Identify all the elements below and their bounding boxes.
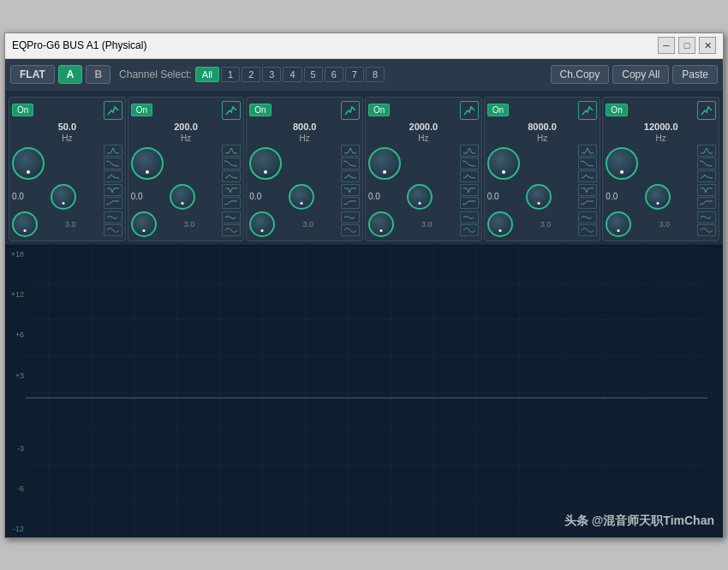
band-6-freq-knob[interactable] [606,147,638,180]
close-button[interactable]: ✕ [699,37,716,54]
band-1-db-knob[interactable] [51,184,76,210]
band-2: On 200.0 Hz [128,97,245,241]
band-3-shape-2[interactable] [341,157,360,169]
maximize-button[interactable]: □ [678,37,695,54]
band-3-filter-icon[interactable] [341,101,360,120]
band-3-on-button[interactable]: On [249,104,271,116]
minimize-button[interactable]: ─ [658,37,675,54]
channel-3-button[interactable]: 3 [262,67,281,82]
band-1-on-button[interactable]: On [12,104,33,116]
band-1-shape-wave1[interactable] [104,211,122,223]
band-3-shape-3[interactable] [341,170,360,182]
band-3-shape-5[interactable] [341,197,360,209]
band-2-shape-5[interactable] [222,197,241,209]
band-5-shape-3[interactable] [578,170,597,182]
band-6-shape-2[interactable] [697,157,716,169]
band-2-shape-2[interactable] [222,157,241,169]
band-5-q-knob[interactable] [487,211,513,237]
band-2-filter-icon[interactable] [222,101,241,120]
channel-5-button[interactable]: 5 [304,67,323,82]
channel-1-button[interactable]: 1 [221,67,240,82]
band-5-shape-1[interactable] [578,145,597,157]
band-2-shape-1[interactable] [222,145,241,157]
band-2-shape-4[interactable] [222,184,241,196]
band-5: On 8000.0 Hz [484,97,601,241]
band-5-db-knob[interactable] [526,184,552,210]
band-3-shape-4[interactable] [341,184,360,196]
band-4-db-knob[interactable] [407,184,433,210]
band-5-shape-6[interactable] [578,211,597,223]
band-5-shapes3 [578,211,597,236]
band-2-db-knob[interactable] [170,184,195,210]
band-6-shape-1[interactable] [697,145,716,157]
paste-button[interactable]: Paste [672,65,718,84]
band-2-freq-knob[interactable] [131,147,164,180]
band-6-db-knob[interactable] [645,184,671,210]
band-1-q-knob[interactable] [12,211,38,237]
channel-select-group: All 1 2 3 4 5 6 7 8 [195,67,385,82]
band-1-shape-shelf[interactable] [104,197,122,209]
band-2-shape-6[interactable] [222,211,241,223]
band-1-freq-knob[interactable] [12,147,45,180]
band-5-shape-5[interactable] [578,197,597,209]
band-2-shape-3[interactable] [222,170,241,182]
a-button[interactable]: A [58,65,83,84]
band-3-shape-1[interactable] [341,145,360,157]
band-5-on-button[interactable]: On [487,104,509,116]
band-3-q-knob[interactable] [249,211,275,237]
band-6-shape-5[interactable] [697,197,716,209]
band-5-freq-knob[interactable] [487,147,520,180]
band-4-shape-5[interactable] [460,197,479,209]
band-6-shape-7[interactable] [697,224,716,236]
band-4-on-button[interactable]: On [368,104,390,116]
band-1-shape-hp[interactable] [104,145,122,157]
flat-button[interactable]: FLAT [10,65,55,84]
band-3-shape-6[interactable] [341,211,360,223]
band-2-on-button[interactable]: On [131,104,152,116]
copy-all-button[interactable]: Copy All [612,65,669,84]
band-3-db-knob[interactable] [289,184,314,210]
band-1-db-val: 0.0 [12,192,24,201]
band-6-filter-icon[interactable] [697,101,716,120]
band-6-on-button[interactable]: On [606,104,627,116]
band-4-shape-2[interactable] [460,157,479,169]
band-2-q-knob[interactable] [131,211,157,237]
band-1-shape-wave2[interactable] [104,224,122,236]
band-4-shape-4[interactable] [460,184,479,196]
channel-all-button[interactable]: All [195,67,219,82]
band-5-db-row: 0.0 [487,184,598,210]
band-3-q-row: 3.0 [249,211,360,237]
band-4-shape-3[interactable] [460,170,479,182]
band-4-shape-7[interactable] [460,224,479,236]
eq-graph[interactable]: +18 +12 +6 +3 -3 -6 -12 头条 @混音师天职TimChan [5,246,723,537]
channel-8-button[interactable]: 8 [366,67,385,82]
band-1-shape-lp[interactable] [104,157,122,169]
band-6-q-knob[interactable] [606,211,631,237]
band-6-shape-3[interactable] [697,170,716,182]
band-6-shape-4[interactable] [697,184,716,196]
band-5-filter-icon[interactable] [578,101,597,120]
band-1-shape-notch[interactable] [104,184,122,196]
band-4-filter-icon[interactable] [460,101,479,120]
band-5-shape-2[interactable] [578,157,597,169]
band-6-shape-6[interactable] [697,211,716,223]
band-4-q-knob[interactable] [368,211,394,237]
band-3-freq-knob[interactable] [249,147,282,180]
channel-6-button[interactable]: 6 [325,67,343,82]
band-5-shape-7[interactable] [578,224,597,236]
band-6-top: On [606,101,716,120]
band-4-freq-knob[interactable] [368,147,401,180]
band-1-shape-bell[interactable] [104,170,122,182]
channel-2-button[interactable]: 2 [242,67,260,82]
band-4-shape-6[interactable] [460,211,479,223]
channel-7-button[interactable]: 7 [345,67,364,82]
channel-4-button[interactable]: 4 [283,67,301,82]
band-3-shape-7[interactable] [341,224,360,236]
ch-copy-button[interactable]: Ch.Copy [551,65,610,84]
band-5-shape-4[interactable] [578,184,597,196]
band-4-shape-1[interactable] [460,145,479,157]
band-2-shape-7[interactable] [222,224,241,236]
band-1-filter-icon[interactable] [104,101,122,120]
band-4-knob-row [368,145,479,182]
b-button[interactable]: B [86,65,110,84]
